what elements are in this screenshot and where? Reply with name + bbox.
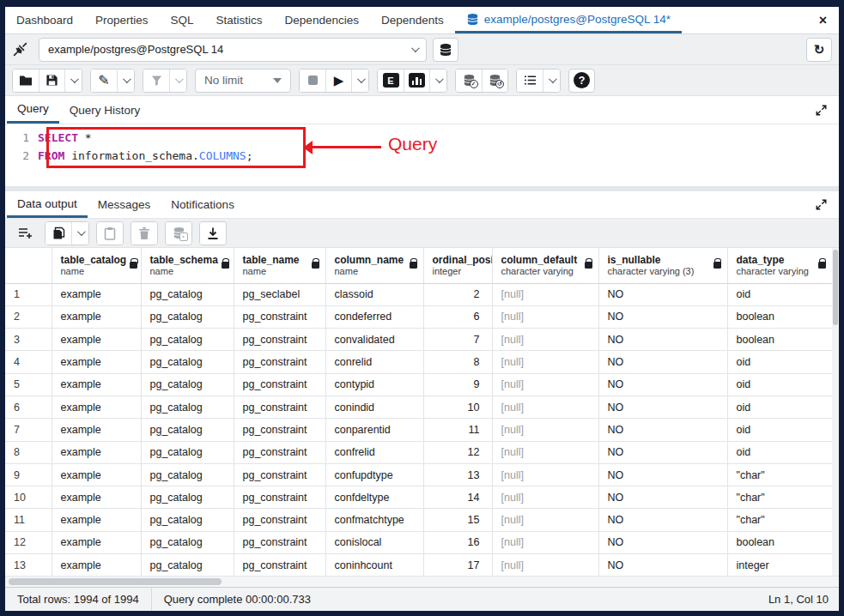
cell-is-nullable[interactable]: NO xyxy=(598,463,727,486)
cell-column-name[interactable]: condeferred xyxy=(325,305,423,328)
cell-data-type[interactable]: oid xyxy=(727,283,832,305)
save-options-chevron[interactable] xyxy=(64,69,82,92)
cell-column-name[interactable]: confdeltype xyxy=(325,486,423,509)
cell-is-nullable[interactable]: NO xyxy=(598,531,727,553)
delete-button[interactable] xyxy=(131,222,157,245)
cell-table-schema[interactable]: pg_catalog xyxy=(141,351,234,373)
tab-dependents[interactable]: Dependents xyxy=(370,7,455,33)
row-number-cell[interactable]: 3 xyxy=(5,329,52,351)
cell-table-catalog[interactable]: example xyxy=(52,396,141,418)
cell-ordinal-position[interactable]: 2 xyxy=(423,283,492,305)
explain-button[interactable]: E xyxy=(378,69,404,92)
tab-dashboard[interactable]: Dashboard xyxy=(5,7,84,33)
cell-is-nullable[interactable]: NO xyxy=(598,329,727,351)
cell-table-schema[interactable]: pg_catalog xyxy=(141,486,234,509)
cell-table-name[interactable]: pg_constraint xyxy=(234,351,325,373)
cell-is-nullable[interactable]: NO xyxy=(598,351,727,373)
filter-options-chevron[interactable] xyxy=(169,69,186,92)
cell-is-nullable[interactable]: NO xyxy=(598,396,727,418)
column-header[interactable]: data_typecharacter varying xyxy=(727,248,832,283)
cell-is-nullable[interactable]: NO xyxy=(598,441,727,463)
cell-data-type[interactable]: boolean xyxy=(727,329,832,351)
cell-column-default[interactable]: [null] xyxy=(492,554,598,576)
new-connection-button[interactable] xyxy=(433,38,458,62)
cell-table-catalog[interactable]: example xyxy=(52,305,141,328)
cell-table-catalog[interactable]: example xyxy=(52,441,141,463)
macros-button[interactable] xyxy=(517,69,543,92)
cell-is-nullable[interactable]: NO xyxy=(598,419,727,441)
cell-table-schema[interactable]: pg_catalog xyxy=(141,305,234,328)
cell-table-schema[interactable]: pg_catalog xyxy=(141,396,234,418)
cell-data-type[interactable]: "char" xyxy=(727,509,832,531)
macros-options-chevron[interactable] xyxy=(543,69,560,92)
add-row-button[interactable] xyxy=(12,221,38,245)
cell-ordinal-position[interactable]: 16 xyxy=(423,531,492,553)
cell-is-nullable[interactable]: NO xyxy=(598,283,727,305)
cell-table-name[interactable]: pg_constraint xyxy=(234,486,325,509)
open-file-button[interactable] xyxy=(13,69,39,92)
column-header[interactable]: column_defaultcharacter varying xyxy=(492,248,598,283)
help-button[interactable]: ? xyxy=(568,69,595,93)
cell-column-name[interactable]: confmatchtype xyxy=(325,509,423,531)
cell-data-type[interactable]: integer xyxy=(727,554,832,576)
row-number-cell[interactable]: 6 xyxy=(5,396,52,418)
cell-table-schema[interactable]: pg_catalog xyxy=(141,531,234,553)
row-number-cell[interactable]: 11 xyxy=(5,509,52,531)
cell-ordinal-position[interactable]: 11 xyxy=(423,419,492,441)
cell-column-name[interactable]: conislocal xyxy=(325,531,423,553)
row-number-cell[interactable]: 5 xyxy=(5,373,52,396)
cell-table-catalog[interactable]: example xyxy=(52,283,141,305)
row-number-cell[interactable]: 2 xyxy=(5,305,52,328)
cell-ordinal-position[interactable]: 7 xyxy=(423,329,492,351)
cell-table-catalog[interactable]: example xyxy=(52,509,141,531)
cell-column-name[interactable]: coninhcount xyxy=(325,554,423,576)
cell-table-name[interactable]: pg_constraint xyxy=(234,463,325,486)
tab-statistics[interactable]: Statistics xyxy=(205,7,274,33)
edit-options-chevron[interactable] xyxy=(117,69,134,92)
cell-column-default[interactable]: [null] xyxy=(492,396,598,418)
cell-column-name[interactable]: confupdtype xyxy=(325,463,423,486)
edit-button[interactable]: ✎ xyxy=(91,69,117,92)
cell-data-type[interactable]: oid xyxy=(727,419,832,441)
cell-data-type[interactable]: oid xyxy=(727,396,832,418)
cell-table-schema[interactable]: pg_catalog xyxy=(141,329,234,351)
cell-table-schema[interactable]: pg_catalog xyxy=(141,283,234,305)
expand-icon[interactable] xyxy=(805,191,837,218)
rollback-button[interactable]: ↺ xyxy=(482,69,507,92)
cell-table-name[interactable]: pg_constraint xyxy=(234,554,325,576)
cell-table-name[interactable]: pg_seclabel xyxy=(234,283,325,305)
cell-column-default[interactable]: [null] xyxy=(492,531,598,553)
history-refresh-button[interactable]: ↻ xyxy=(806,38,832,62)
row-number-cell[interactable]: 1 xyxy=(5,283,52,305)
explain-options-chevron[interactable] xyxy=(429,69,446,92)
cell-table-name[interactable]: pg_constraint xyxy=(234,419,325,441)
sql-editor[interactable]: 1SELECT * 2FROM information_schema.COLUM… xyxy=(5,124,839,186)
close-icon[interactable]: × xyxy=(807,7,839,33)
column-header[interactable]: ordinal_positiinteger xyxy=(423,248,492,283)
cell-column-name[interactable]: conrelid xyxy=(325,351,423,373)
cell-table-catalog[interactable]: example xyxy=(52,463,141,486)
cell-ordinal-position[interactable]: 15 xyxy=(423,509,492,531)
cell-table-catalog[interactable]: example xyxy=(52,554,141,576)
row-number-cell[interactable]: 4 xyxy=(5,351,52,373)
cell-table-name[interactable]: pg_constraint xyxy=(234,329,325,351)
cell-table-catalog[interactable]: example xyxy=(52,373,141,396)
expand-icon[interactable] xyxy=(805,96,837,124)
cell-table-schema[interactable]: pg_catalog xyxy=(141,509,234,531)
cell-column-name[interactable]: contypid xyxy=(325,373,423,396)
tab-notifications[interactable]: Notifications xyxy=(161,191,245,218)
column-header[interactable]: is_nullablecharacter varying (3) xyxy=(598,248,727,283)
row-number-cell[interactable]: 9 xyxy=(5,463,52,486)
cell-ordinal-position[interactable]: 12 xyxy=(423,441,492,463)
cell-ordinal-position[interactable]: 6 xyxy=(423,305,492,328)
cell-column-default[interactable]: [null] xyxy=(492,509,598,531)
tab-query-history[interactable]: Query History xyxy=(59,96,151,124)
save-file-button[interactable] xyxy=(39,69,64,92)
cell-table-schema[interactable]: pg_catalog xyxy=(141,419,234,441)
cell-data-type[interactable]: oid xyxy=(727,351,832,373)
row-number-cell[interactable]: 12 xyxy=(5,531,52,553)
cell-column-default[interactable]: [null] xyxy=(492,283,598,305)
execute-options-chevron[interactable] xyxy=(351,69,368,92)
cell-table-catalog[interactable]: example xyxy=(52,329,141,351)
corner-cell[interactable] xyxy=(5,248,52,283)
